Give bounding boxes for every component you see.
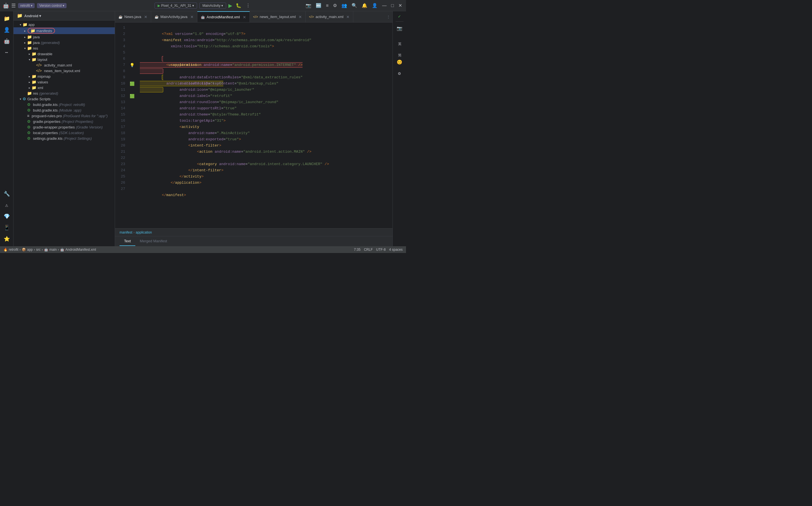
android-icon[interactable]: 🤖	[2, 36, 12, 46]
minimize-button[interactable]: —	[381, 3, 388, 9]
arrow-app: ▾	[18, 23, 22, 26]
tab-mainactivity-java[interactable]: ☕ MainActivity.java ✕	[151, 11, 197, 22]
tab-news-item-layout[interactable]: </> news_item_layout.xml ✕	[250, 11, 306, 22]
tab-close-activity-main[interactable]: ✕	[346, 15, 350, 19]
tree-item-app[interactable]: ▾ 📁 app	[13, 22, 115, 27]
tree-label-xml: xml	[38, 86, 43, 90]
maximize-button[interactable]: □	[390, 3, 395, 9]
tab-close-news-item-layout[interactable]: ✕	[299, 15, 302, 19]
tree-label-layout: layout	[38, 58, 47, 62]
right-translate-icon[interactable]: 英	[395, 35, 404, 44]
account-nav-icon[interactable]: 👤	[2, 25, 12, 35]
status-file-label[interactable]: 🤖	[60, 248, 64, 252]
project-name-button[interactable]: retrofit ▾	[18, 3, 35, 8]
tree-item-news-item-layout[interactable]: </> news_item_layout.xml	[13, 68, 115, 74]
status-app-name[interactable]: app	[27, 248, 33, 252]
run-config-button[interactable]: MainActivity ▾	[199, 3, 226, 9]
code-content[interactable]: <?xml version="1.0" encoding="utf-8"?> <…	[135, 22, 392, 228]
line-num-26: 26	[117, 180, 125, 186]
line-num-27: 27	[117, 186, 125, 192]
tree-item-mipmap[interactable]: ▸ 📁 mipmap	[13, 74, 115, 79]
tab-close-androidmanifest[interactable]: ✕	[243, 15, 246, 19]
run-button[interactable]: ▶	[228, 3, 232, 9]
status-file-name[interactable]: AndroidManifest.xml	[65, 248, 96, 252]
tab-news-java[interactable]: ☕ News.java ✕	[115, 11, 151, 22]
status-encoding[interactable]: UTF-8	[376, 248, 386, 252]
right-settings-icon[interactable]: ⚙	[395, 69, 404, 78]
code-analysis-icon[interactable]: 🔤	[315, 2, 322, 9]
debug-button[interactable]: 🐛	[235, 2, 242, 9]
hamburger-icon[interactable]: ☰	[11, 3, 16, 9]
tree-label-res: res	[33, 46, 38, 51]
profiler-icon[interactable]: 📷	[304, 2, 312, 9]
right-emoji-icon[interactable]: 😊	[395, 58, 404, 67]
tree-item-build-gradle-module[interactable]: ⚙ build.gradle.kts (Module :app)	[13, 107, 115, 113]
folder-icon[interactable]: 📁	[2, 13, 12, 24]
status-main-label[interactable]: 🤖	[44, 248, 48, 252]
plugin-icon[interactable]: 👥	[340, 2, 348, 9]
build-variants-icon[interactable]: 🔧	[2, 189, 12, 199]
tree-item-local-props[interactable]: ⚙ local.properties (SDK Location)	[13, 130, 115, 136]
status-position[interactable]: 7:35	[354, 248, 360, 252]
tabs-more-button[interactable]: ⋮	[384, 11, 392, 22]
device-manager-icon[interactable]: 📱	[2, 223, 12, 233]
tab-merged-manifest[interactable]: Merged Manifest	[135, 237, 172, 246]
gutter-21	[129, 149, 135, 155]
folder-small-icon: 📁	[17, 13, 22, 19]
tab-androidmanifest[interactable]: 🤖 AndroidManifest.xml ✕	[197, 11, 250, 22]
status-line-ending[interactable]: CRLF	[364, 248, 373, 252]
tab-activity-main[interactable]: </> activity_main.xml ✕	[306, 11, 353, 22]
tree-item-res[interactable]: ▾ 📁 res	[13, 46, 115, 51]
file-tree: ▾ 📁 app ▸ 📁 manifests ▸ 📁 java	[13, 20, 115, 246]
settings-icon[interactable]: ⚙	[332, 2, 338, 9]
app-quality-icon[interactable]: ⭐	[2, 234, 12, 244]
gutter-5	[129, 50, 135, 56]
tree-label-java: java	[33, 35, 40, 39]
tree-item-build-gradle-project[interactable]: ⚙ build.gradle.kts (Project: retrofit)	[13, 102, 115, 107]
tree-item-java-gen[interactable]: ▸ 📁 java (generated)	[13, 40, 115, 46]
device-selector[interactable]: ▶ Pixel_4_XL_API_31 ▾	[154, 3, 197, 9]
tree-item-settings-gradle[interactable]: ⚙ settings.gradle.kts (Project Settings)	[13, 136, 115, 141]
breadcrumb-application[interactable]: application	[136, 231, 152, 234]
tree-item-activity-main[interactable]: </> activity_main.xml	[13, 62, 115, 68]
tree-item-drawable[interactable]: ▸ 📁 drawable	[13, 51, 115, 57]
task-bar-icon[interactable]: ≡	[325, 3, 329, 9]
notifications-icon[interactable]: 🔔	[361, 2, 369, 9]
tree-item-values[interactable]: ▸ 📁 values	[13, 79, 115, 85]
tab-close-mainactivity[interactable]: ✕	[190, 15, 194, 19]
gutter-lightbulb-7[interactable]: 💡	[129, 62, 135, 68]
tree-item-layout[interactable]: ▾ 📁 layout	[13, 57, 115, 62]
tree-item-manifests[interactable]: ▸ 📁 manifests	[13, 27, 115, 34]
gutter-16	[129, 118, 135, 124]
line-num-22: 22	[117, 155, 125, 161]
tree-label-gradle-wrapper: gradle-wrapper.properties	[33, 125, 75, 129]
search-icon[interactable]: 🔍	[351, 2, 358, 9]
tree-item-xml[interactable]: ▸ 📁 xml	[13, 85, 115, 90]
androidmanifest-icon: 🤖	[201, 15, 205, 19]
tree-item-gradle-scripts[interactable]: ▾ ⚙ Gradle Scripts	[13, 96, 115, 102]
status-main-name[interactable]: main	[49, 248, 57, 252]
breadcrumb-manifest[interactable]: manifest	[120, 231, 132, 234]
right-menu-icon[interactable]: 简	[395, 47, 404, 56]
logcat-icon[interactable]: ⚠	[2, 200, 12, 210]
right-camera-icon[interactable]: 📷	[395, 24, 404, 33]
status-app-label[interactable]: 📦	[22, 248, 26, 252]
val-xmlns-android: "http://schemas.android.com/apk/res/andr…	[215, 38, 311, 42]
tree-item-java[interactable]: ▸ 📁 java	[13, 34, 115, 40]
status-project-label[interactable]: retrofit	[9, 248, 18, 252]
attr-round-icon: android:roundIcon	[179, 100, 217, 104]
tree-item-gradle-wrapper[interactable]: ⚙ gradle-wrapper.properties (Gradle Vers…	[13, 124, 115, 130]
status-src-label[interactable]: src	[36, 248, 41, 252]
more-run-options[interactable]: ⋮	[245, 2, 251, 9]
status-indent[interactable]: 4 spaces	[389, 248, 402, 252]
tree-item-gradle-props[interactable]: ⚙ gradle.properties (Project Properties)	[13, 118, 115, 124]
more-nav-icon[interactable]: ⋯	[2, 47, 12, 58]
diamond-icon[interactable]: 💎	[2, 211, 12, 222]
close-button[interactable]: ✕	[397, 2, 403, 9]
account-icon[interactable]: 👤	[371, 2, 379, 9]
tree-item-res-gen[interactable]: 📁 res (generated)	[13, 90, 115, 96]
tab-close-news-java[interactable]: ✕	[144, 15, 147, 19]
tree-item-proguard[interactable]: ≡ proguard-rules.pro (ProGuard Rules for…	[13, 113, 115, 118]
version-control-button[interactable]: Version control ▾	[37, 3, 67, 8]
tab-text[interactable]: Text	[120, 237, 135, 246]
